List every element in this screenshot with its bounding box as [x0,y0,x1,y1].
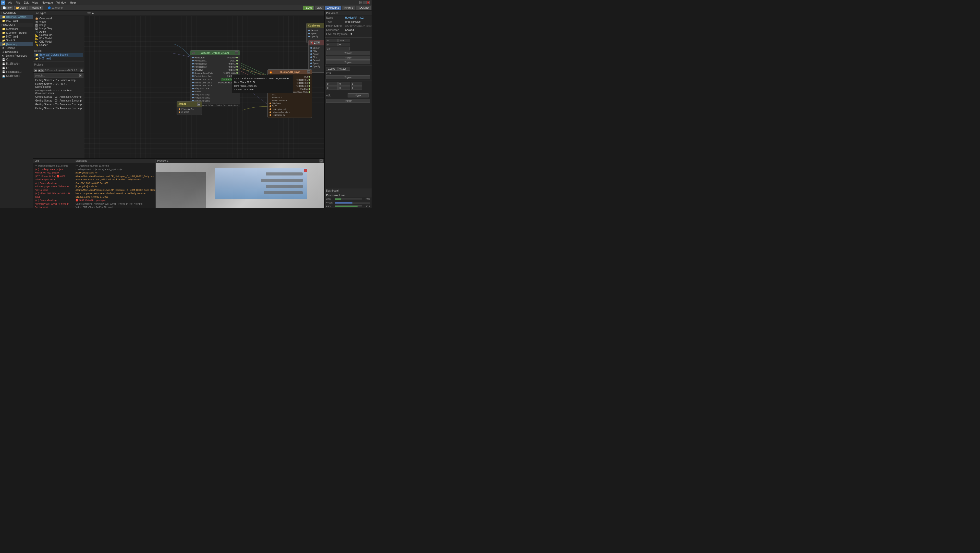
sidebar-item-c[interactable]: 💾 C:\ [0,58,33,62]
trigger-btn-4[interactable]: Trigger [326,75,370,79]
filetype-image-seq[interactable]: 🖼 Image Seq... [34,27,83,30]
missile-min-btn[interactable]: — [197,103,200,106]
filetype-image[interactable]: 🖼 Image [34,24,83,27]
video-close-btn[interactable]: ✕ [317,41,320,44]
menu-window[interactable]: Window [55,1,68,4]
file-item-5[interactable]: Getting Started - 03 - Animation C.xcomp [33,103,84,106]
num-input-6c[interactable] [351,86,362,90]
recent-n07[interactable]: 📁 [N07_test] [34,57,83,60]
trigger-btn-3[interactable]: Trigger [326,60,370,64]
num-input-2a[interactable] [326,43,338,46]
sidebar-item-tutorials[interactable]: 📁 [Tutorials] Getting... [0,15,33,19]
maximize-btn[interactable]: □ [363,1,366,4]
huo-min-btn[interactable]: — [307,70,310,73]
num-input-5c[interactable] [351,82,362,86]
minimize-btn[interactable]: — [360,1,363,4]
trigger-btn-1[interactable]: Trigger [326,51,370,55]
filetype-shader[interactable]: ✨ Shader [34,43,83,47]
num-input-4b[interactable] [339,67,350,71]
port-missile-2: #2 CAP [178,111,201,114]
num-input-5b[interactable] [339,82,350,86]
sidebar-item-studio3[interactable]: 📁 Studio3 [0,38,33,42]
num-input-2b[interactable] [339,43,350,46]
num-input-6a[interactable] [326,86,338,90]
file-item-2[interactable]: Getting Started - 02 - 3D B - Built-in G… [33,89,84,95]
num-input-6b[interactable] [339,86,350,90]
toolbar-record[interactable]: RECORD [356,6,371,10]
filetype-compound[interactable]: 📦 Compound [34,17,83,20]
toolbar-vdc[interactable]: VDC [315,6,324,10]
folder-icon: 📁 [2,43,5,46]
sidebar-item-system[interactable]: ⚙ System Resources [0,54,33,58]
node-video[interactable]: 🔇 ⛶ ✕ 海军节 第二条 Cursor Out Pla [308,40,325,73]
log-entry-0: >> Opening document 11.xcomp [35,164,72,168]
sidebar-item-n07-test[interactable]: 📁 [N07_test] [0,35,33,38]
node-missile[interactable]: 导弹舱 — #1MissileSilo #2 CAP [177,101,202,115]
path-fav-btn[interactable]: ★ [80,68,83,72]
search-bar[interactable]: ✕ [34,73,83,78]
filetype-fbx[interactable]: 📐 FBX Model [34,37,83,40]
file-item-3[interactable]: Getting Started - 03 - Animation A.xcomp [33,95,84,99]
menu-file[interactable]: File [14,1,22,4]
recent-tutorials[interactable]: 📁 [Tutorials] Getting Started [34,53,83,57]
fps-row: FPS 50.2 [325,205,372,208]
sidebar-item-n07[interactable]: 📁 [N07_test] [0,19,33,23]
menu-bar: A Aiy File Edit View Navigate Window Hel… [0,0,372,5]
filetype-collada[interactable]: 📐 Collada Me... [34,33,83,37]
filetype-video[interactable]: 🎬 Video [34,20,83,24]
search-input[interactable] [35,74,80,77]
file-item-6[interactable]: Getting Started - 03 - Animation D.xcomp [33,106,84,110]
sidebar-item-f[interactable]: 💾 F:\ (Seagate...) [0,70,33,74]
file-item-4[interactable]: Getting Started - 03 - Animation B.xcomp [33,99,84,103]
port-playlist: Playlist Select Cam [191,75,215,78]
sidebar-item-common[interactable]: 📁 [Common] [0,27,33,31]
num-input-1b[interactable] [339,39,350,42]
all-trigger-btn[interactable]: Trigger [348,93,369,97]
toolbar-recent[interactable]: Recent ▼ [29,6,43,10]
menu-aiy[interactable]: Aiy [6,1,14,4]
toolbar-open[interactable]: 📂 Open [14,6,27,10]
favorites-title: Favorites [0,11,33,15]
video-mute-btn[interactable]: 🔇 [310,41,313,44]
file-item-1[interactable]: Getting Started - 02 - 3D A - Scene.xcom… [33,82,84,89]
toolbar-flow[interactable]: FLOW [303,6,314,10]
num-input-4a[interactable] [326,67,338,71]
desktop-icon: 🖥 [2,47,5,49]
sidebar-item-d[interactable]: 💾 D:\ (新加卷) [0,62,33,66]
preview-btn[interactable]: ▲ [320,159,323,162]
sidebar-item-desktop[interactable]: 🖥 Desktop [0,46,33,50]
filetype-audio[interactable]: 🎵 Audio [34,30,83,33]
path-forward-btn[interactable]: ▶ [38,68,41,72]
close-btn[interactable]: ✕ [366,1,369,4]
path-back-btn[interactable]: ◀ [34,68,37,72]
toolbar-new[interactable]: 📄 New [1,6,13,10]
menu-navigate[interactable]: Navigate [40,1,54,4]
num-input-1a[interactable] [326,39,338,42]
arcam-min-btn[interactable]: — [235,51,238,54]
ar-overlay [215,168,307,199]
video-fullscreen-btn[interactable]: ⛶ [313,41,317,44]
path-up-btn[interactable]: ▲ [41,68,45,72]
file-browser-title: File Types [35,12,46,14]
log-content[interactable]: >> Opening document 11.xcomp [Arr] Loadi… [33,163,74,208]
menu-edit[interactable]: Edit [22,1,30,4]
sidebar-item-common-studio[interactable]: 📁 [Common_Studio] [0,31,33,35]
messages-content[interactable]: >> Opening document 11.xcomp Loading Unr… [74,163,156,208]
toolbar-cameras[interactable]: CAMERAS [325,6,341,10]
sidebar-item-e[interactable]: 💾 E:\ [0,66,33,70]
filetype-obj[interactable]: 📐 OBJ Model [34,40,83,43]
last-trigger-btn[interactable]: Trigger [326,99,370,103]
num-input-5a[interactable] [326,82,338,86]
fps-label: FPS [326,205,334,208]
num-input-3[interactable] [326,47,350,51]
sidebar-item-tutorials-main[interactable]: 📁 [Tutorials] [0,42,33,46]
file-item-0[interactable]: Getting Started - 01 - Basics.xcomp [33,78,84,82]
menu-help[interactable]: Help [68,1,77,4]
sidebar-item-g[interactable]: 💾 G:\ (新加卷) [0,74,33,78]
projects-section-title: Projects [0,23,33,27]
toolbar-inputs[interactable]: INPUTS [342,6,355,10]
search-clear-btn[interactable]: ✕ [80,74,82,77]
trigger-btn-2[interactable]: Trigger [326,56,370,60]
sidebar-item-downloads[interactable]: ⬇ Downloads [0,50,33,54]
menu-view[interactable]: View [30,1,40,4]
